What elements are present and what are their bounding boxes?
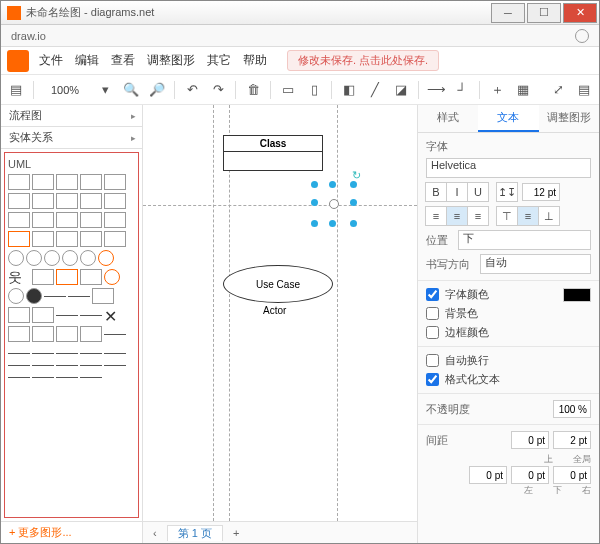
shape-item[interactable] <box>56 326 78 342</box>
fullscreen-icon[interactable]: ⤢ <box>547 79 569 101</box>
shape-item[interactable] <box>80 315 102 316</box>
class-shape[interactable]: Class <box>223 135 323 171</box>
direction-select[interactable]: 自动 <box>480 254 591 274</box>
menu-help[interactable]: 帮助 <box>243 52 267 69</box>
tab-style[interactable]: 样式 <box>418 105 478 132</box>
font-size-input[interactable] <box>522 183 560 201</box>
spacing-top-input[interactable] <box>511 431 549 449</box>
menu-view[interactable]: 查看 <box>111 52 135 69</box>
shape-item[interactable] <box>62 250 78 266</box>
shape-item[interactable] <box>104 174 126 190</box>
shape-item[interactable] <box>26 288 42 304</box>
shape-item[interactable] <box>8 212 30 228</box>
zoom-out-icon[interactable]: 🔎 <box>146 79 168 101</box>
shape-item[interactable] <box>8 288 24 304</box>
center-handle[interactable] <box>329 199 339 209</box>
opacity-input[interactable] <box>553 400 591 418</box>
selection-indicator[interactable]: ↻ <box>311 181 357 227</box>
tab-arrange[interactable]: 调整图形 <box>539 105 599 132</box>
shape-item[interactable] <box>104 365 126 366</box>
format-panel-toggle-icon[interactable]: ▤ <box>573 79 595 101</box>
shape-item[interactable] <box>104 334 126 335</box>
shape-item[interactable] <box>104 269 120 285</box>
shape-item[interactable] <box>80 365 102 366</box>
language-icon[interactable] <box>575 29 589 43</box>
shape-item[interactable] <box>68 296 90 297</box>
spacing-bottom-input[interactable] <box>511 466 549 484</box>
shape-item[interactable] <box>44 250 60 266</box>
shape-item[interactable] <box>56 365 78 366</box>
bold-button[interactable]: B <box>425 182 447 202</box>
menu-other[interactable]: 其它 <box>207 52 231 69</box>
valign-middle-button[interactable]: ≡ <box>517 206 539 226</box>
shape-actor-icon[interactable] <box>8 269 30 285</box>
valign-bottom-button[interactable]: ⊥ <box>538 206 560 226</box>
resize-handle[interactable] <box>311 181 318 188</box>
category-flowchart[interactable]: 流程图 <box>1 105 142 127</box>
shape-item[interactable] <box>104 212 126 228</box>
shape-item[interactable] <box>92 288 114 304</box>
formatted-checkbox[interactable] <box>426 373 439 386</box>
align-left-button[interactable]: ≡ <box>425 206 447 226</box>
shape-item[interactable] <box>8 365 30 366</box>
shape-item[interactable] <box>32 231 54 247</box>
shape-item[interactable] <box>26 250 42 266</box>
page-prev[interactable]: ‹ <box>143 527 167 539</box>
page-tab[interactable]: 第 1 页 <box>167 525 223 541</box>
waypoints-icon[interactable]: ┘ <box>451 79 473 101</box>
spacing-left-input[interactable] <box>469 466 507 484</box>
word-wrap-checkbox[interactable] <box>426 354 439 367</box>
shape-item[interactable] <box>56 269 78 285</box>
shape-item[interactable] <box>80 250 96 266</box>
shape-item[interactable] <box>32 307 54 323</box>
shape-item[interactable] <box>104 353 126 354</box>
shape-item[interactable] <box>80 377 102 378</box>
shape-item[interactable] <box>80 212 102 228</box>
shape-item[interactable] <box>80 174 102 190</box>
shape-item[interactable] <box>104 307 126 323</box>
underline-button[interactable]: U <box>467 182 489 202</box>
bg-color-checkbox[interactable] <box>426 307 439 320</box>
shape-item[interactable] <box>104 231 126 247</box>
shape-item[interactable] <box>8 377 30 378</box>
undo-icon[interactable]: ↶ <box>181 79 203 101</box>
shape-item[interactable] <box>56 212 78 228</box>
fill-color-icon[interactable]: ◧ <box>338 79 360 101</box>
shape-item[interactable] <box>44 296 66 297</box>
menu-file[interactable]: 文件 <box>39 52 63 69</box>
shape-item[interactable] <box>8 326 30 342</box>
redo-icon[interactable]: ↷ <box>207 79 229 101</box>
usecase-shape[interactable]: Use Case <box>223 265 333 303</box>
save-status[interactable]: 修改未保存. 点击此处保存. <box>287 50 439 71</box>
resize-handle[interactable] <box>329 220 336 227</box>
shape-item[interactable] <box>8 307 30 323</box>
shape-item[interactable] <box>8 353 30 354</box>
line-color-icon[interactable]: ╱ <box>364 79 386 101</box>
connection-icon[interactable]: ⟶ <box>425 79 447 101</box>
resize-handle[interactable] <box>350 220 357 227</box>
shape-item[interactable] <box>32 174 54 190</box>
canvas[interactable]: Class Use Case Actor ↻ <box>143 105 417 521</box>
resize-handle[interactable] <box>350 181 357 188</box>
menu-edit[interactable]: 编辑 <box>75 52 99 69</box>
shape-item[interactable] <box>80 353 102 354</box>
shape-item[interactable] <box>8 231 30 247</box>
shape-item[interactable] <box>56 353 78 354</box>
shape-item[interactable] <box>80 231 102 247</box>
shape-item[interactable] <box>32 193 54 209</box>
shape-item[interactable] <box>80 269 102 285</box>
page-add[interactable]: + <box>223 527 249 539</box>
shape-item[interactable] <box>8 174 30 190</box>
to-front-icon[interactable]: ▭ <box>277 79 299 101</box>
font-color-checkbox[interactable] <box>426 288 439 301</box>
shape-item[interactable] <box>32 377 54 378</box>
align-center-button[interactable]: ≡ <box>446 206 468 226</box>
shape-item[interactable] <box>56 174 78 190</box>
shape-item[interactable] <box>56 231 78 247</box>
shape-item[interactable] <box>80 326 102 342</box>
more-shapes-button[interactable]: + 更多图形... <box>1 521 142 543</box>
font-select[interactable]: Helvetica <box>426 158 591 178</box>
shape-item[interactable] <box>32 365 54 366</box>
shadow-icon[interactable]: ◪ <box>390 79 412 101</box>
align-right-button[interactable]: ≡ <box>467 206 489 226</box>
